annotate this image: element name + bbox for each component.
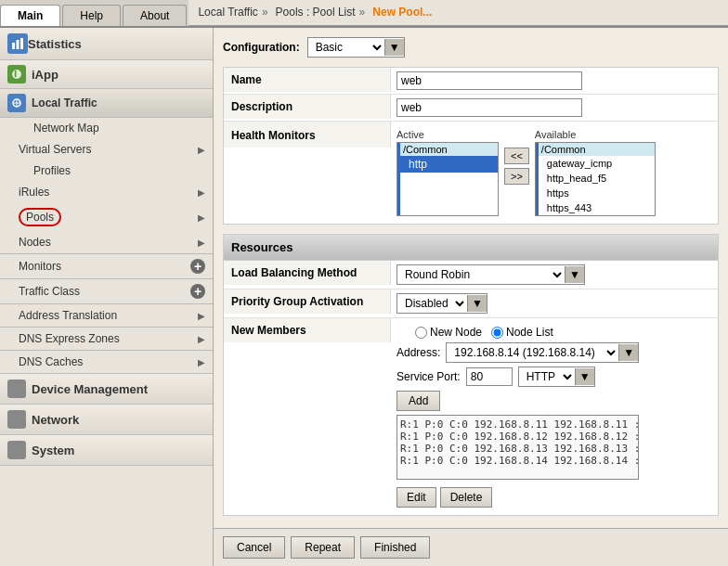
lb-method-select[interactable]: Round Robin Least Connections Observed: [397, 265, 565, 284]
arrow-icon-dns: ▶: [198, 334, 205, 344]
sidebar-item-statistics[interactable]: Statistics: [0, 28, 213, 59]
lb-dropdown-arrow[interactable]: ▼: [565, 266, 584, 283]
sidebar-item-dnsexpresszones[interactable]: DNS Express Zones ▶: [0, 328, 213, 350]
sidebar-item-monitors[interactable]: Monitors +: [0, 254, 213, 278]
node-list-radio[interactable]: [491, 327, 503, 339]
available-label: Available: [535, 129, 656, 140]
active-listbox[interactable]: /Common http: [396, 142, 499, 216]
statistics-icon: [7, 33, 28, 54]
monitor-arrows: << >>: [504, 148, 529, 185]
finished-button[interactable]: Finished: [360, 536, 430, 559]
active-label: Active: [396, 129, 499, 140]
monitors-plus-icon[interactable]: +: [190, 259, 205, 274]
lb-method-label: Load Balancing Method: [224, 261, 391, 285]
sidebar-item-addresstranslation[interactable]: Address Translation ▶: [0, 304, 213, 327]
sidebar-item-irules[interactable]: iRules ▶: [0, 181, 213, 203]
description-row: Description: [224, 95, 718, 122]
tab-help[interactable]: Help: [62, 5, 121, 26]
sidebar-item-nodes[interactable]: Nodes ▶: [0, 231, 213, 253]
health-monitors-label: Health Monitors: [224, 122, 391, 148]
service-port-input[interactable]: [466, 367, 513, 386]
move-right-btn[interactable]: >>: [504, 168, 529, 185]
priority-group-label: Priority Group Activation: [224, 289, 391, 314]
resources-title: Resources: [223, 234, 719, 260]
devicemgmt-icon: [7, 379, 26, 398]
new-node-radio[interactable]: [415, 327, 427, 339]
sidebar-item-trafficclass[interactable]: Traffic Class +: [0, 279, 213, 303]
available-item-2[interactable]: https: [536, 186, 655, 200]
sidebar-item-devicemanagement[interactable]: Device Management: [0, 374, 213, 404]
available-listbox[interactable]: /Common gateway_icmp http_head_f5 https …: [535, 142, 656, 216]
sidebar-section-statistics: Statistics: [0, 28, 213, 60]
arrow-icon: ▶: [198, 145, 205, 155]
network-label: Network: [32, 413, 79, 427]
system-icon: [7, 441, 26, 459]
sidebar-item-networkmap[interactable]: Network Map: [0, 118, 213, 138]
iapp-label: iApp: [32, 68, 58, 82]
svg-rect-0: [12, 43, 15, 49]
breadcrumb-part1: Local Traffic: [198, 6, 257, 19]
address-label: Address:: [396, 346, 440, 359]
edit-delete-row: Edit Delete: [396, 487, 639, 508]
add-button[interactable]: Add: [396, 391, 440, 411]
sidebar-section-dnsexpresszones: DNS Express Zones ▶: [0, 328, 213, 351]
arrow-icon-pools: ▶: [198, 212, 205, 223]
resources-section: Load Balancing Method Round Robin Least …: [223, 260, 719, 516]
description-input[interactable]: [396, 98, 582, 117]
description-label: Description: [224, 95, 391, 119]
delete-button[interactable]: Delete: [440, 487, 493, 508]
repeat-button[interactable]: Repeat: [291, 536, 355, 559]
node-type-radio-group: New Node Node List: [415, 326, 639, 339]
protocol-select[interactable]: HTTP HTTPS FTP: [519, 367, 575, 386]
name-description-section: Name Description Health Monitors: [223, 67, 719, 225]
sidebar: Statistics i iApp Local Traffic Network …: [0, 28, 214, 566]
available-folder: /Common: [536, 143, 655, 156]
sidebar-item-iapp[interactable]: i iApp: [0, 60, 213, 88]
service-port-row: Service Port: HTTP HTTPS FTP ▼: [396, 367, 639, 387]
available-item-0[interactable]: gateway_icmp: [536, 156, 655, 171]
arrow-icon-dnscache: ▶: [198, 357, 205, 367]
move-left-btn[interactable]: <<: [504, 148, 529, 164]
node-list-radio-label[interactable]: Node List: [491, 326, 553, 339]
priority-group-select[interactable]: Disabled Enabled: [397, 294, 467, 313]
health-monitors-row: Health Monitors Active /Common http: [224, 122, 718, 224]
cancel-button[interactable]: Cancel: [223, 536, 285, 559]
new-members-label: New Members: [224, 318, 391, 342]
address-dropdown-arrow[interactable]: ▼: [618, 344, 638, 361]
priority-group-value: Disabled Enabled ▼: [391, 289, 718, 317]
trafficclass-plus-icon[interactable]: +: [190, 284, 205, 299]
members-textarea[interactable]: R:1 P:0 C:0 192.168.8.11 192.168.8.11 :8…: [396, 415, 639, 480]
active-item-http[interactable]: http: [397, 156, 498, 173]
sidebar-item-system[interactable]: System: [0, 435, 213, 465]
name-input[interactable]: [396, 71, 582, 90]
available-item-1[interactable]: http_head_f5: [536, 171, 655, 186]
sidebar-section-dnscaches: DNS Caches ▶: [0, 351, 213, 374]
protocol-dropdown-arrow[interactable]: ▼: [575, 368, 594, 385]
arrow-icon-addr: ▶: [198, 311, 205, 321]
tab-main[interactable]: Main: [0, 5, 60, 26]
lb-method-value: Round Robin Least Connections Observed ▼: [391, 261, 718, 289]
sidebar-item-localtraffic[interactable]: Local Traffic: [0, 89, 213, 118]
sidebar-section-system: System: [0, 435, 213, 466]
priority-dropdown-arrow[interactable]: ▼: [467, 295, 487, 312]
svg-rect-1: [17, 40, 20, 49]
sidebar-item-dnscaches[interactable]: DNS Caches ▶: [0, 351, 213, 373]
config-select[interactable]: Basic Advanced: [308, 38, 384, 57]
new-members-value: New Node Node List Address:: [391, 318, 718, 515]
active-bar: [397, 143, 400, 215]
config-dropdown-arrow[interactable]: ▼: [384, 39, 404, 56]
edit-button[interactable]: Edit: [396, 487, 436, 508]
sidebar-item-profiles[interactable]: Profiles: [0, 161, 213, 181]
new-node-radio-label[interactable]: New Node: [415, 326, 482, 339]
localtraffic-label: Local Traffic: [32, 96, 98, 109]
arrow-icon-irules: ▶: [198, 187, 205, 198]
sidebar-item-network[interactable]: Network: [0, 405, 213, 434]
available-item-3[interactable]: https_443: [536, 200, 655, 215]
sidebar-item-virtualservers[interactable]: Virtual Servers ▶: [0, 138, 213, 161]
sidebar-item-pools[interactable]: Pools ▶: [0, 203, 213, 231]
tab-about[interactable]: About: [123, 5, 187, 26]
breadcrumb-part2: Pools : Pool List: [276, 6, 356, 19]
localtraffic-icon: [7, 94, 26, 112]
sidebar-section-network: Network: [0, 405, 213, 435]
address-select[interactable]: 192.168.8.14 (192.168.8.14): [447, 343, 618, 362]
